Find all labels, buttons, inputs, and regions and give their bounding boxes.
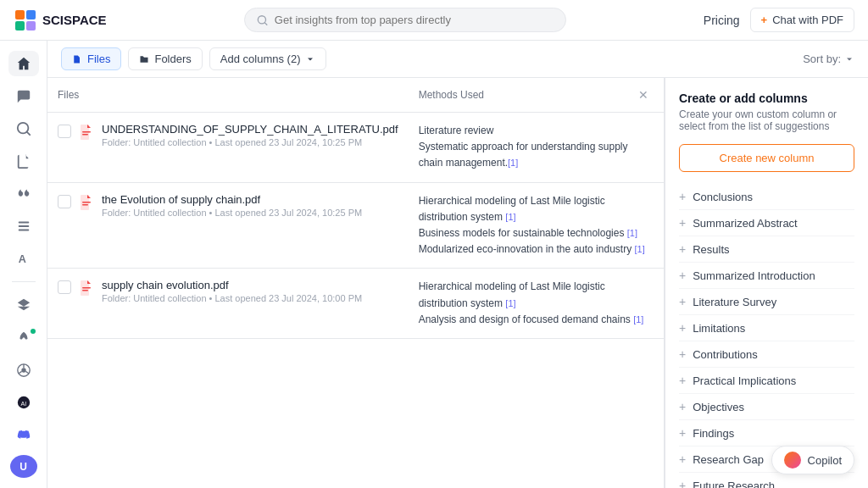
svg-rect-28: [82, 287, 91, 289]
ref-badge: [1]: [505, 298, 515, 308]
filename-3: supply chain evolution.pdf: [102, 279, 362, 291]
search-input[interactable]: [275, 14, 554, 26]
plus-icon-future-research: +: [679, 479, 686, 488]
svg-line-18: [25, 371, 29, 374]
plus-icon-limitations: +: [679, 321, 686, 335]
suggestion-results-label: Results: [693, 243, 729, 256]
sort-button[interactable]: Sort by:: [803, 53, 854, 65]
svg-rect-4: [26, 21, 36, 30]
sidebar-item-list[interactable]: [8, 214, 39, 239]
svg-rect-2: [26, 10, 36, 19]
suggestion-conclusions[interactable]: + Conclusions: [679, 184, 854, 210]
copilot-label: Copilot: [808, 454, 842, 467]
logo[interactable]: SCISPACE: [14, 8, 107, 32]
pricing-link[interactable]: Pricing: [704, 14, 740, 27]
svg-rect-26: [82, 204, 88, 206]
main-content: Files Folders Add columns (2) Sort by:: [47, 41, 868, 488]
files-table: Files Methods Used ✕: [47, 78, 665, 488]
suggestion-summarized-abstract[interactable]: + Summarized Abstract: [679, 210, 854, 236]
sidebar-divider: [12, 281, 36, 282]
suggestion-literature-survey[interactable]: + Literature Survey: [679, 289, 854, 315]
chevron-down-icon: [305, 54, 315, 64]
suggestion-contributions-label: Contributions: [693, 348, 758, 361]
suggestion-summarized-abstract-label: Summarized Abstract: [693, 217, 798, 230]
sidebar-item-quotes[interactable]: [8, 180, 39, 206]
folders-tab-icon: [139, 54, 149, 64]
suggestion-practical-implications[interactable]: + Practical Implications: [679, 368, 854, 394]
sidebar-item-cap[interactable]: [8, 292, 39, 318]
table-row: UNDERSTANDING_OF_SUPPLY_CHAIN_A_LITERATU…: [47, 113, 664, 183]
copilot-button[interactable]: Copilot: [771, 446, 854, 474]
svg-line-8: [26, 131, 30, 135]
suggestion-results[interactable]: + Results: [679, 236, 854, 263]
svg-rect-3: [15, 21, 25, 30]
col-header-methods: Methods Used ✕: [409, 78, 664, 113]
sidebar-item-chat[interactable]: [8, 83, 39, 108]
sidebar-item-discord[interactable]: [8, 423, 39, 448]
create-new-column-button[interactable]: Create new column: [679, 144, 854, 172]
methods-cell-3: Hierarchical modeling of Last Mile logis…: [409, 269, 664, 339]
ai-icon: AI: [16, 395, 31, 410]
folders-tab[interactable]: Folders: [128, 47, 202, 70]
pdf-icon-3: [78, 280, 95, 297]
close-methods-col-button[interactable]: ✕: [633, 85, 654, 105]
user-avatar[interactable]: U: [10, 455, 37, 478]
row-2-checkbox[interactable]: [58, 195, 71, 208]
panel-subtitle: Create your own custom column or select …: [679, 108, 854, 132]
add-columns-label: Add columns (2): [220, 53, 301, 65]
quote-icon: [16, 186, 31, 202]
discord-icon: [16, 428, 31, 443]
sort-label: Sort by:: [803, 53, 841, 65]
sidebar-item-home[interactable]: [8, 51, 39, 76]
sidebar-item-search[interactable]: [8, 116, 39, 141]
file-meta-3: Folder: Untitled collection • Last opene…: [102, 293, 362, 303]
suggestion-objectives[interactable]: + Objectives: [679, 394, 854, 420]
panel-title: Create or add columns: [679, 92, 854, 105]
suggestions-list: + Conclusions + Summarized Abstract + Re…: [679, 184, 854, 488]
home-icon: [16, 56, 31, 71]
plus-icon-summarized-abstract: +: [679, 216, 686, 230]
suggestion-contributions[interactable]: + Contributions: [679, 341, 854, 368]
sort-chevron-icon: [844, 54, 854, 64]
suggestion-literature-survey-label: Literature Survey: [693, 296, 776, 308]
suggestion-limitations[interactable]: + Limitations: [679, 315, 854, 341]
plus-icon-findings: +: [679, 426, 686, 440]
suggestion-findings-label: Findings: [693, 427, 734, 440]
svg-text:AI: AI: [20, 400, 26, 408]
graduation-icon: [16, 297, 31, 313]
chat-icon: [16, 89, 31, 104]
svg-rect-29: [82, 290, 88, 291]
search-bar[interactable]: [244, 8, 566, 32]
suggestion-findings[interactable]: + Findings: [679, 420, 854, 446]
list-icon: [16, 219, 31, 234]
suggestion-future-research[interactable]: + Future Research: [679, 473, 854, 488]
table-wrapper: Files Methods Used ✕: [47, 78, 868, 488]
row-1-checkbox[interactable]: [58, 125, 71, 138]
file-name-cell-2: the Evolution of supply chain.pdf Folder…: [47, 182, 409, 269]
svg-rect-23: [82, 134, 88, 136]
topbar-right: Pricing + Chat with PDF: [704, 8, 854, 32]
files-tab[interactable]: Files: [61, 47, 121, 70]
svg-rect-10: [18, 225, 29, 227]
plus-icon-objectives: +: [679, 400, 686, 413]
filename-2: the Evolution of supply chain.pdf: [102, 193, 362, 206]
svg-line-17: [18, 371, 21, 374]
ref-badge: [1]: [508, 158, 518, 168]
suggestion-conclusions-label: Conclusions: [693, 191, 753, 203]
row-3-checkbox[interactable]: [58, 280, 71, 294]
col-header-files: Files: [47, 78, 409, 113]
file-name-cell-3: supply chain evolution.pdf Folder: Untit…: [47, 269, 409, 339]
sidebar-item-rocket[interactable]: [8, 325, 39, 351]
sidebar-item-chrome[interactable]: [8, 358, 39, 383]
suggestion-summarized-introduction[interactable]: + Summarized Introduction: [679, 263, 854, 289]
sidebar-item-documents[interactable]: [8, 148, 39, 174]
pdf-icon-1: [78, 124, 95, 141]
sidebar-item-font[interactable]: A: [8, 246, 39, 271]
copilot-icon: [784, 452, 801, 469]
add-columns-button[interactable]: Add columns (2): [209, 47, 327, 70]
svg-text:A: A: [18, 254, 25, 266]
text-icon: A: [16, 251, 31, 266]
chat-with-pdf-button[interactable]: + Chat with PDF: [750, 8, 854, 32]
plus-icon-literature-survey: +: [679, 295, 686, 308]
sidebar-item-ai[interactable]: AI: [8, 390, 39, 415]
